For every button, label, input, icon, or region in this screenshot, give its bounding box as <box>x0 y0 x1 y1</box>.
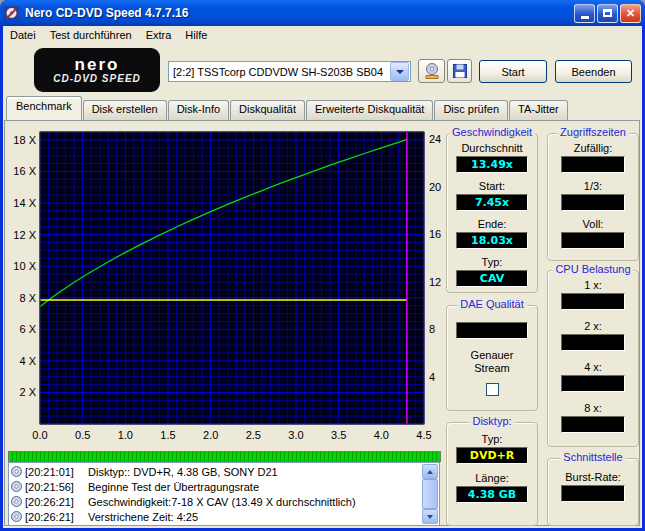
end-speed-label: Ende: <box>478 218 507 230</box>
menu-test-durchfuehren[interactable]: Test durchführen <box>43 27 139 43</box>
scroll-thumb[interactable] <box>422 479 438 509</box>
log-time: [20:26:21] <box>25 496 85 508</box>
disc-panel-title: Disktyp: <box>469 415 514 427</box>
cpu-2x-label: 2 x: <box>584 320 602 332</box>
access-times-panel: Zugriffszeiten Zufällig: 1/3: Voll: <box>547 133 639 261</box>
svg-text:12 X: 12 X <box>13 229 36 241</box>
dae-panel-title: DAE Qualität <box>457 298 527 310</box>
svg-text:12: 12 <box>429 276 441 288</box>
disc-length-label: Länge: <box>475 472 509 484</box>
benchmark-chart: 2 X4 X6 X8 X10 X12 X14 X16 X18 X48121620… <box>8 126 448 444</box>
end-speed-value: 18.03x <box>456 232 528 249</box>
tab-diskqualitaet[interactable]: Diskqualität <box>230 100 305 120</box>
cpu-usage-panel: CPU Belastung 1 x: 2 x: 4 x: 8 x: <box>547 270 639 447</box>
log-scrollbar[interactable] <box>422 464 438 524</box>
menu-datei[interactable]: Datei <box>3 27 43 43</box>
tab-disk-info[interactable]: Disk-Info <box>168 100 229 120</box>
nero-logo: nero CD-DVD SPEED <box>34 48 160 92</box>
access-third-value <box>561 194 625 211</box>
speed-type-label: Typ: <box>482 256 503 268</box>
svg-text:16: 16 <box>429 228 441 240</box>
disc-length-value: 4.38 GB <box>456 486 528 503</box>
start-speed-value: 7.45x <box>456 194 528 211</box>
access-panel-title: Zugriffszeiten <box>557 126 629 138</box>
tab-benchmark[interactable]: Benchmark <box>6 96 82 120</box>
svg-text:1.5: 1.5 <box>160 429 175 441</box>
menu-hilfe[interactable]: Hilfe <box>178 27 214 43</box>
access-full-label: Voll: <box>583 218 604 230</box>
interface-panel: Schnittstelle Burst-Rate: <box>547 458 639 526</box>
svg-text:14 X: 14 X <box>13 197 36 209</box>
svg-text:8 X: 8 X <box>19 292 36 304</box>
menubar: Datei Test durchführen Extra Hilfe <box>3 26 642 44</box>
start-button[interactable]: Start <box>479 60 547 83</box>
scroll-up-button[interactable] <box>422 464 438 479</box>
log-row: [20:26:21] Verstrichene Zeit: 4:25 <box>11 509 421 524</box>
start-speed-label: Start: <box>479 180 505 192</box>
eject-disc-button[interactable] <box>418 59 445 83</box>
app-window: Nero CD-DVD Speed 4.7.7.16 ✕ Datei Test … <box>0 0 645 531</box>
drive-select-dropdown-button[interactable] <box>390 62 409 81</box>
svg-text:4.0: 4.0 <box>374 429 389 441</box>
svg-text:4 X: 4 X <box>19 355 36 367</box>
drive-select[interactable]: [2:2] TSSTcorp CDDVDW SH-S203B SB04 <box>168 61 411 82</box>
interface-panel-title: Schnittstelle <box>560 451 625 463</box>
speed-panel: Geschwindigkeit Durchschnitt 13.49x Star… <box>446 133 538 293</box>
log-message: Disktyp:: DVD+R, 4.38 GB, SONY D21 <box>88 466 278 478</box>
status-log: [20:21:01] Disktyp:: DVD+R, 4.38 GB, SON… <box>8 462 440 526</box>
nero-logo-product: CD-DVD SPEED <box>53 73 141 85</box>
burst-rate-label: Burst-Rate: <box>565 471 621 483</box>
svg-text:4.5: 4.5 <box>416 429 431 441</box>
svg-text:3.5: 3.5 <box>331 429 346 441</box>
svg-text:0.5: 0.5 <box>75 429 90 441</box>
arrow-up-icon <box>427 470 433 474</box>
cpu-8x-value <box>561 416 625 433</box>
cpu-2x-value <box>561 334 625 351</box>
menu-extra[interactable]: Extra <box>139 27 179 43</box>
disc-type-panel: Disktyp: Typ: DVD+R Länge: 4.38 GB <box>446 422 538 526</box>
tab-erweiterte-diskqualitaet[interactable]: Erweiterte Diskqualität <box>306 100 433 120</box>
disc-icon <box>11 511 22 522</box>
accurate-stream-checkbox[interactable] <box>486 383 499 396</box>
titlebar: Nero CD-DVD Speed 4.7.7.16 ✕ <box>0 0 645 26</box>
tab-strip: Benchmark Disk erstellen Disk-Info Diskq… <box>6 99 569 120</box>
svg-text:18 X: 18 X <box>13 134 36 146</box>
tab-ta-jitter[interactable]: TA-Jitter <box>509 100 568 120</box>
svg-text:2.0: 2.0 <box>203 429 218 441</box>
maximize-button[interactable] <box>597 4 618 23</box>
speed-panel-title: Geschwindigkeit <box>449 126 535 138</box>
cpu-8x-label: 8 x: <box>584 402 602 414</box>
svg-text:20: 20 <box>429 181 441 193</box>
log-row: [20:21:01] Disktyp:: DVD+R, 4.38 GB, SON… <box>11 464 421 479</box>
drive-select-value: [2:2] TSSTcorp CDDVDW SH-S203B SB04 <box>169 66 389 78</box>
burst-rate-value <box>561 485 625 502</box>
save-icon <box>451 62 469 80</box>
access-third-label: 1/3: <box>584 180 602 192</box>
dae-quality-value <box>456 322 528 339</box>
speed-type-value: CAV <box>456 270 528 287</box>
log-message: Geschwindigkeit:7-18 X CAV (13.49 X durc… <box>88 496 356 508</box>
app-icon[interactable] <box>4 5 20 21</box>
scroll-down-button[interactable] <box>422 509 438 524</box>
svg-text:4: 4 <box>429 371 435 383</box>
arrow-down-icon <box>427 515 433 519</box>
svg-text:1.0: 1.0 <box>118 429 133 441</box>
close-icon: ✕ <box>626 8 635 19</box>
disc-icon <box>11 481 22 492</box>
svg-text:6 X: 6 X <box>19 323 36 335</box>
tab-disk-erstellen[interactable]: Disk erstellen <box>83 100 167 120</box>
disc-type-label: Typ: <box>482 433 503 445</box>
nero-logo-brand: nero <box>75 56 120 73</box>
disc-icon <box>11 496 22 507</box>
close-button[interactable]: ✕ <box>620 4 641 23</box>
avg-speed-label: Durchschnitt <box>461 142 522 154</box>
dae-quality-panel: DAE Qualität Genauer Stream <box>446 305 538 411</box>
cpu-panel-title: CPU Belastung <box>552 263 633 275</box>
tab-disc-pruefen[interactable]: Disc prüfen <box>434 100 508 120</box>
disc-type-value: DVD+R <box>456 447 528 464</box>
log-time: [20:21:56] <box>25 481 85 493</box>
quit-button[interactable]: Beenden <box>555 60 632 83</box>
minimize-button[interactable] <box>574 4 595 23</box>
chevron-down-icon <box>396 70 404 74</box>
save-results-button[interactable] <box>447 59 472 83</box>
